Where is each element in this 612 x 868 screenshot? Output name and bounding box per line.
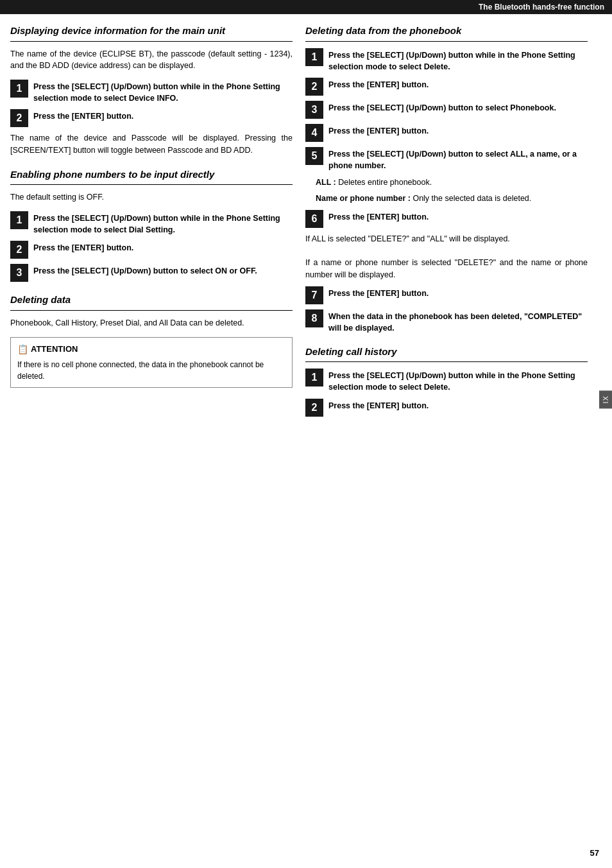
section-title-r2: Deleting call history [305,345,588,358]
divider-3 [10,310,293,311]
note-all-text: Deletes entire phonebook. [338,178,432,187]
step-text: Press the [ENTER] button. [328,78,429,91]
step-r1-4: 4 Press the [ENTER] button. [305,124,588,142]
step-text: Press the [SELECT] (Up/Down) button whil… [328,48,588,73]
note-name-text: Only the selected data is deleted. [412,194,531,203]
step-text: Press the [SELECT] (Up/Down) button to s… [328,101,556,114]
divider-r2 [305,361,588,362]
step-number: 1 [10,80,28,98]
step-number: 1 [305,48,323,66]
step-subtext-1: The name of the device and Passcode will… [10,132,293,157]
note-all-label: ALL : [316,178,336,187]
step-text: Press the [SELECT] (Up/Down) button to s… [328,147,588,171]
section-enabling-phone: Enabling phone numbers to be input direc… [10,168,293,282]
note-name: Name or phone number : Only the selected… [305,193,588,205]
step-r1-3: 3 Press the [SELECT] (Up/Down) button to… [305,101,588,119]
step-2-2: 2 Press the [ENTER] button. [10,241,293,259]
step-r1-2: 2 Press the [ENTER] button. [305,78,588,96]
step-text: Press the [SELECT] (Up/Down) button whil… [33,80,293,104]
step-r2-1: 1 Press the [SELECT] (Up/Down) button wh… [305,369,588,393]
step-number: 1 [305,369,323,386]
step-r2-2: 2 Press the [ENTER] button. [305,399,588,417]
step-number: 5 [305,147,323,165]
section-deleting-data: Deleting data Phonebook, Call History, P… [10,293,293,387]
divider-2 [10,184,293,185]
step-number: 2 [305,78,323,96]
step-1-2: 2 Press the [ENTER] button. [10,109,293,127]
step-2-3: 3 Press the [SELECT] (Up/Down) button to… [10,264,293,282]
section-body-3: Phonebook, Call History, Preset Dial, an… [10,317,293,329]
step-6-sub: If ALL is selected "DELETE?" and "ALL" w… [305,233,588,281]
step-text: Press the [ENTER] button. [328,124,429,137]
section-title-3: Deleting data [10,293,293,306]
chapter-tab: IX [599,390,612,408]
section-delete-history: Deleting call history 1 Press the [SELEC… [305,345,588,417]
page-number: 57 [590,848,599,858]
divider-1 [10,41,293,42]
step-text: Press the [ENTER] button. [328,399,429,412]
step-text: When the data in the phonebook has been … [328,309,588,334]
step-number: 2 [10,109,28,127]
step-r1-1: 1 Press the [SELECT] (Up/Down) button wh… [305,48,588,73]
attention-title: 📋 ATTENTION [17,343,285,356]
section-title-2: Enabling phone numbers to be input direc… [10,168,293,181]
step-2-1: 1 Press the [SELECT] (Up/Down) button wh… [10,211,293,236]
attention-label: ATTENTION [31,343,78,356]
divider-r1 [305,41,588,42]
attention-text: If there is no cell phone connected, the… [17,359,285,382]
step-r1-8: 8 When the data in the phonebook has bee… [305,309,588,334]
right-column: Deleting data from the phonebook 1 Press… [305,24,588,428]
step-text: Press the [ENTER] button. [33,241,133,254]
step-number: 3 [305,101,323,119]
step-r1-5: 5 Press the [SELECT] (Up/Down) button to… [305,147,588,171]
step-1-1: 1 Press the [SELECT] (Up/Down) button wh… [10,80,293,104]
step-number: 6 [305,210,323,228]
note-name-label: Name or phone number : [316,194,411,203]
attention-box: 📋 ATTENTION If there is no cell phone co… [10,337,293,388]
step-number: 8 [305,309,323,327]
section-body-2: The default setting is OFF. [10,191,293,204]
step-text: Press the [SELECT] (Up/Down) button whil… [33,211,293,236]
step-number: 2 [10,241,28,259]
left-column: Displaying device information for the ma… [10,24,293,428]
step-text: Press the [ENTER] button. [328,210,429,223]
step-r1-7: 7 Press the [ENTER] button. [305,286,588,304]
step-text: Press the [SELECT] (Up/Down) button to s… [33,264,257,277]
step-text: Press the [ENTER] button. [33,109,133,122]
step-number: 3 [10,264,28,282]
section-body-1: The name of the device (ECLIPSE BT), the… [10,48,293,73]
step-number: 2 [305,399,323,417]
section-delete-phonebook: Deleting data from the phonebook 1 Press… [305,24,588,334]
step-number: 4 [305,124,323,142]
step-r1-6: 6 Press the [ENTER] button. [305,210,588,228]
main-content: Displaying device information for the ma… [0,14,612,454]
page-header: The Bluetooth hands-free function [0,0,612,14]
section-display-device: Displaying device information for the ma… [10,24,293,157]
note-all: ALL : Deletes entire phonebook. [305,177,588,189]
step-text: Press the [SELECT] (Up/Down) button whil… [328,369,588,393]
section-title-r1: Deleting data from the phonebook [305,24,588,37]
section-title-1: Displaying device information for the ma… [10,24,293,37]
step-text: Press the [ENTER] button. [328,286,429,299]
step-number: 1 [10,211,28,229]
attention-icon: 📋 [17,343,28,356]
step-number: 7 [305,286,323,304]
